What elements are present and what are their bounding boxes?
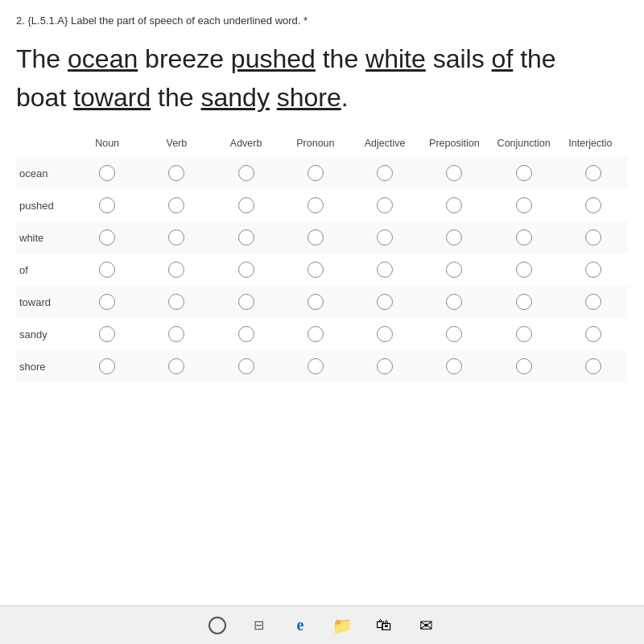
radio-toward-noun[interactable] [99,294,115,310]
radio-shore-preposition[interactable] [446,358,462,374]
radio-of-interjection[interactable] [585,262,601,278]
row-word-ocean: ocean [16,157,72,189]
row-word-white: white [16,221,72,254]
cell-ocean-interjection [559,157,628,189]
radio-toward-adjective[interactable] [377,294,393,310]
cell-ocean-adjective [350,157,419,189]
radio-of-noun[interactable] [99,262,115,278]
word-shore: shore [277,83,341,112]
radio-of-adverb[interactable] [238,262,254,278]
radio-shore-conjunction[interactable] [516,358,532,374]
table-row: shore [16,350,628,382]
cell-toward-pronoun [281,286,350,318]
cell-toward-noun [72,286,142,318]
radio-white-pronoun[interactable] [308,229,324,246]
radio-sandy-adjective[interactable] [377,326,393,342]
radio-toward-pronoun[interactable] [308,294,324,310]
cell-of-verb [142,254,211,286]
radio-toward-conjunction[interactable] [516,294,532,310]
mail-icon[interactable]: ✉ [416,616,436,635]
cell-toward-adverb [212,286,281,318]
cell-shore-adjective [350,350,419,382]
radio-sandy-pronoun[interactable] [308,326,324,342]
cell-shore-conjunction [489,350,559,382]
question-label: 2. {L.5.1.A} Label the part of speech of… [16,14,628,27]
radio-toward-preposition[interactable] [446,294,462,310]
cell-ocean-preposition [419,157,489,189]
radio-toward-adverb[interactable] [238,294,254,310]
folder-icon[interactable]: 📁 [332,616,352,635]
radio-of-conjunction[interactable] [516,262,532,278]
cell-of-conjunction [489,254,559,286]
cell-toward-adjective [350,286,419,318]
radio-shore-verb[interactable] [168,358,184,374]
radio-of-verb[interactable] [168,262,184,278]
radio-sandy-noun[interactable] [99,326,115,342]
taskbar: ⊟ e 📁 🛍 ✉ [0,605,644,644]
start-button-icon[interactable] [208,617,226,634]
radio-white-noun[interactable] [99,229,115,246]
bag-icon[interactable]: 🛍 [374,616,394,635]
radio-shore-interjection[interactable] [585,358,601,374]
radio-sandy-adverb[interactable] [238,326,254,342]
header-word [16,134,72,157]
radio-white-conjunction[interactable] [516,229,532,246]
cell-white-interjection [559,221,628,254]
radio-pushed-verb[interactable] [168,197,184,213]
radio-ocean-preposition[interactable] [446,165,462,181]
radio-sandy-preposition[interactable] [446,326,462,342]
radio-ocean-noun[interactable] [99,165,115,181]
radio-shore-adjective[interactable] [377,358,393,374]
table-row: pushed [16,189,628,221]
radio-white-preposition[interactable] [446,229,462,246]
cell-of-adverb [212,254,281,286]
word-of: of [492,44,514,73]
radio-white-adverb[interactable] [238,229,254,246]
cell-white-conjunction [489,221,559,254]
table-row: of [16,254,628,286]
radio-ocean-conjunction[interactable] [516,165,532,181]
radio-shore-pronoun[interactable] [308,358,324,374]
radio-ocean-verb[interactable] [168,165,184,181]
row-word-of: of [16,254,72,286]
radio-pushed-interjection[interactable] [585,197,601,213]
radio-pushed-adverb[interactable] [238,197,254,213]
cell-pushed-noun [72,189,142,221]
radio-sandy-conjunction[interactable] [516,326,532,342]
radio-pushed-adjective[interactable] [377,197,393,213]
cell-pushed-verb [142,189,211,221]
radio-pushed-pronoun[interactable] [308,197,324,213]
row-word-shore: shore [16,350,72,382]
radio-shore-noun[interactable] [99,358,115,374]
ie-icon[interactable]: e [291,616,310,635]
radio-shore-adverb[interactable] [238,358,254,374]
radio-sandy-verb[interactable] [168,326,184,342]
radio-of-pronoun[interactable] [308,262,324,278]
radio-of-preposition[interactable] [446,262,462,278]
header-pronoun: Pronoun [281,134,350,157]
cell-shore-adverb [212,350,281,382]
cell-ocean-conjunction [489,157,559,189]
radio-of-adjective[interactable] [377,262,393,278]
radio-white-interjection[interactable] [585,229,601,246]
radio-pushed-noun[interactable] [99,197,115,213]
radio-white-verb[interactable] [168,229,184,246]
radio-toward-interjection[interactable] [585,294,601,310]
radio-ocean-adjective[interactable] [377,165,393,181]
radio-sandy-interjection[interactable] [585,326,601,342]
radio-white-adjective[interactable] [377,229,393,246]
taskview-icon[interactable]: ⊟ [249,616,268,635]
cell-ocean-verb [142,157,211,189]
radio-ocean-adverb[interactable] [238,165,254,181]
cell-pushed-adverb [212,189,281,221]
cell-pushed-conjunction [489,189,559,221]
cell-shore-preposition [419,350,489,382]
header-verb: Verb [142,134,211,157]
radio-pushed-conjunction[interactable] [516,197,532,213]
cell-sandy-verb [142,318,211,350]
radio-pushed-preposition[interactable] [446,197,462,213]
radio-ocean-pronoun[interactable] [308,165,324,181]
radio-toward-verb[interactable] [168,294,184,310]
radio-ocean-interjection[interactable] [585,165,601,181]
row-word-sandy: sandy [16,318,72,350]
